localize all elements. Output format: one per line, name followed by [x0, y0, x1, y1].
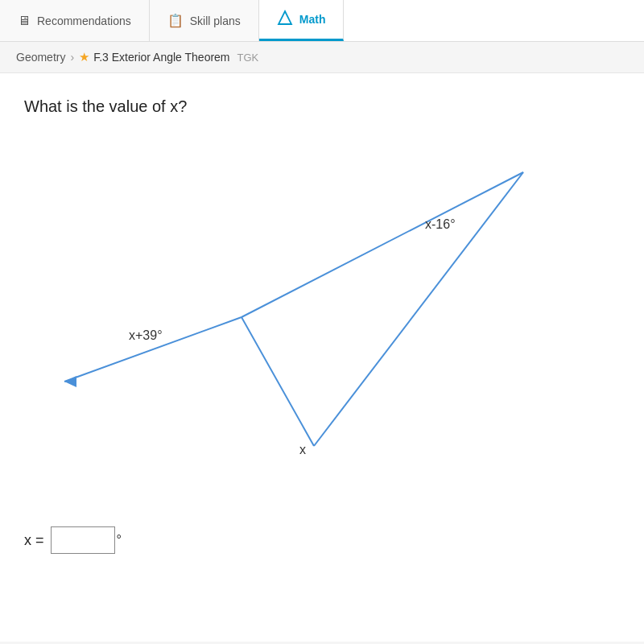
diagram-container: x+39° x-16° x [24, 132, 620, 518]
breadcrumb: Geometry › ★ F.3 Exterior Angle Theorem … [0, 42, 644, 73]
svg-line-2 [314, 172, 523, 446]
answer-row: x = ° [24, 526, 620, 554]
svg-text:x-16°: x-16° [425, 217, 456, 231]
breadcrumb-lesson-code: TGK [237, 52, 259, 64]
svg-text:x: x [299, 443, 306, 456]
tab-skill-plans-label: Skill plans [190, 14, 241, 27]
tab-math[interactable]: Math [259, 0, 345, 41]
breadcrumb-geometry[interactable]: Geometry [16, 51, 65, 64]
answer-input-wrapper: ° [51, 526, 122, 554]
angle1-label: x+39° [129, 328, 163, 342]
tab-math-label: Math [299, 13, 326, 26]
angle3-label: x [299, 443, 306, 456]
breadcrumb-separator: › [70, 51, 74, 64]
degree-symbol: ° [117, 533, 122, 547]
svg-marker-0 [279, 11, 291, 24]
nav-bar: 🖥 Recommendations 📋 Skill plans Math [0, 0, 644, 42]
question-text: What is the value of x? [24, 97, 620, 116]
tab-recommendations-label: Recommendations [37, 14, 131, 27]
recommendations-icon: 🖥 [18, 14, 31, 28]
tab-recommendations[interactable]: 🖥 Recommendations [0, 0, 150, 41]
skill-plans-icon: 📋 [167, 13, 184, 28]
answer-input[interactable] [51, 526, 115, 554]
breadcrumb-lesson-label: F.3 Exterior Angle Theorem [93, 51, 229, 64]
math-icon [277, 10, 293, 29]
svg-line-3 [242, 317, 314, 446]
svg-line-4 [64, 317, 242, 382]
star-icon: ★ [79, 50, 89, 64]
svg-text:x+39°: x+39° [129, 328, 163, 342]
breadcrumb-lesson: ★ F.3 Exterior Angle Theorem TGK [79, 50, 258, 64]
main-content: What is the value of x? x+39° x-16° [0, 73, 644, 642]
svg-line-1 [242, 172, 523, 317]
answer-prefix: x = [24, 532, 44, 549]
geometry-diagram: x+39° x-16° x [24, 132, 588, 478]
svg-marker-5 [64, 376, 76, 387]
tab-skill-plans[interactable]: 📋 Skill plans [150, 0, 259, 41]
angle2-label: x-16° [425, 217, 456, 231]
